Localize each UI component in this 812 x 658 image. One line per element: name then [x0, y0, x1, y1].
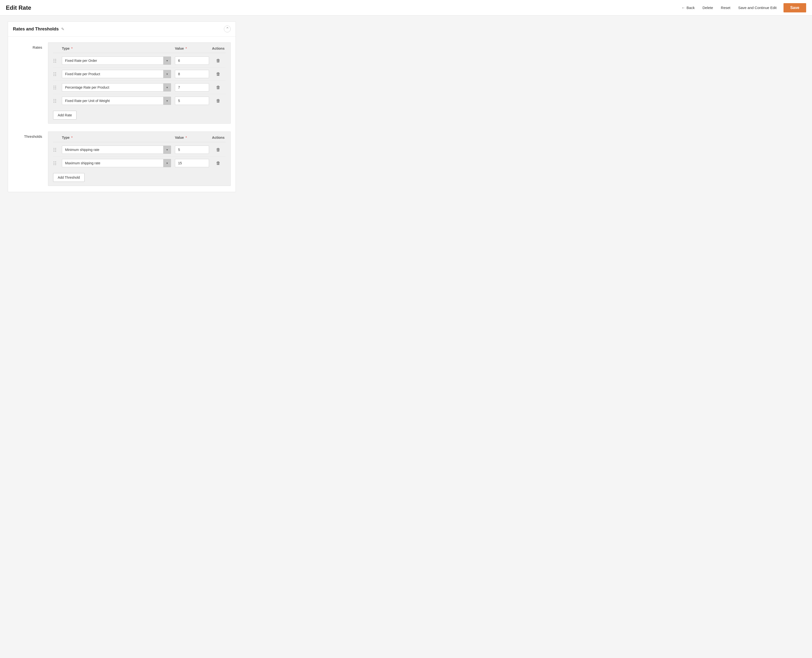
- reset-button[interactable]: Reset: [720, 4, 731, 12]
- rate-value-input[interactable]: [175, 83, 209, 91]
- rates-table: Type * Value * Actions: [48, 42, 231, 124]
- thresholds-table: Type * Value * Actions: [48, 132, 231, 186]
- save-continue-button[interactable]: Save and Continue Edit: [737, 4, 777, 12]
- section-title: Rates and Thresholds: [13, 27, 59, 31]
- add-rate-button[interactable]: Add Rate: [53, 111, 77, 119]
- rates-label: Rates: [13, 42, 42, 124]
- thresholds-block: Thresholds Type * Value *: [13, 132, 231, 186]
- rate-type-select[interactable]: Fixed Rate per Order Fixed Rate per Prod…: [62, 56, 171, 65]
- delete-rate-button[interactable]: 🗑: [211, 58, 226, 63]
- page-header: Edit Rate ← Back Delete Reset Save and C…: [0, 0, 812, 16]
- thresholds-table-header: Type * Value * Actions: [53, 136, 226, 142]
- trash-icon: 🗑: [216, 58, 220, 63]
- chevron-up-icon: ⌃: [226, 26, 229, 31]
- rate-type-wrapper: Fixed Rate per Order Fixed Rate per Prod…: [62, 70, 171, 78]
- back-arrow-icon: ←: [682, 6, 685, 10]
- drag-handle[interactable]: [53, 72, 62, 77]
- threshold-type-select[interactable]: Minimum shipping rate Maximum shipping r…: [62, 146, 171, 154]
- delete-rate-button[interactable]: 🗑: [211, 98, 226, 103]
- trash-icon: 🗑: [216, 72, 220, 77]
- threshold-value-input[interactable]: [175, 159, 209, 167]
- rate-type-wrapper: Fixed Rate per Order Fixed Rate per Prod…: [62, 83, 171, 91]
- threshold-type-wrapper: Minimum shipping rate Maximum shipping r…: [62, 159, 171, 167]
- rates-block: Rates Type * Value *: [13, 42, 231, 124]
- drag-handle[interactable]: [53, 147, 62, 152]
- save-button[interactable]: Save: [784, 3, 806, 13]
- header-actions: ← Back Delete Reset Save and Continue Ed…: [680, 3, 806, 13]
- rates-value-required: *: [185, 47, 187, 50]
- rates-type-required: *: [71, 47, 72, 50]
- rates-actions-header: Actions: [212, 47, 225, 50]
- thresholds-label: Thresholds: [13, 132, 42, 186]
- rates-table-header: Type * Value * Actions: [53, 47, 226, 53]
- drag-handle[interactable]: [53, 85, 62, 90]
- rates-value-header: Value: [175, 47, 184, 50]
- drag-handle[interactable]: [53, 58, 62, 63]
- delete-rate-button[interactable]: 🗑: [211, 85, 226, 90]
- trash-icon: 🗑: [216, 161, 220, 166]
- rate-row: Fixed Rate per Order Fixed Rate per Prod…: [53, 54, 226, 67]
- page-title: Edit Rate: [6, 5, 677, 11]
- back-button[interactable]: ← Back: [680, 4, 696, 12]
- rates-type-header: Type: [62, 47, 70, 50]
- rate-type-select[interactable]: Fixed Rate per Order Fixed Rate per Prod…: [62, 70, 171, 78]
- trash-icon: 🗑: [216, 85, 220, 90]
- thresholds-type-required: *: [71, 136, 72, 139]
- delete-button[interactable]: Delete: [701, 4, 714, 12]
- section-header: Rates and Thresholds ✎ ⌃: [8, 22, 236, 36]
- rate-value-input[interactable]: [175, 56, 209, 65]
- rates-thresholds-section: Rates and Thresholds ✎ ⌃ Rates Type *: [8, 22, 236, 192]
- drag-handle[interactable]: [53, 99, 62, 103]
- add-threshold-button[interactable]: Add Threshold: [53, 173, 85, 182]
- rate-type-wrapper: Fixed Rate per Order Fixed Rate per Prod…: [62, 56, 171, 65]
- threshold-value-input[interactable]: [175, 146, 209, 154]
- rate-row: Fixed Rate per Order Fixed Rate per Prod…: [53, 94, 226, 107]
- threshold-type-wrapper: Minimum shipping rate Maximum shipping r…: [62, 146, 171, 154]
- trash-icon: 🗑: [216, 147, 220, 152]
- rate-type-select[interactable]: Fixed Rate per Order Fixed Rate per Prod…: [62, 97, 171, 105]
- rate-row: Fixed Rate per Order Fixed Rate per Prod…: [53, 81, 226, 94]
- rate-type-select[interactable]: Fixed Rate per Order Fixed Rate per Prod…: [62, 83, 171, 91]
- main-content: Rates and Thresholds ✎ ⌃ Rates Type *: [0, 16, 243, 204]
- delete-threshold-button[interactable]: 🗑: [211, 147, 226, 152]
- threshold-row: Minimum shipping rate Maximum shipping r…: [53, 157, 226, 170]
- section-body: Rates Type * Value *: [8, 36, 236, 192]
- trash-icon: 🗑: [216, 98, 220, 103]
- delete-threshold-button[interactable]: 🗑: [211, 161, 226, 166]
- threshold-type-select[interactable]: Minimum shipping rate Maximum shipping r…: [62, 159, 171, 167]
- edit-icon[interactable]: ✎: [61, 27, 64, 31]
- collapse-button[interactable]: ⌃: [224, 25, 231, 32]
- delete-rate-button[interactable]: 🗑: [211, 72, 226, 77]
- thresholds-value-required: *: [185, 136, 187, 139]
- thresholds-actions-header: Actions: [212, 136, 225, 139]
- drag-handle[interactable]: [53, 161, 62, 166]
- thresholds-type-header: Type: [62, 136, 70, 139]
- thresholds-value-header: Value: [175, 136, 184, 139]
- rate-row: Fixed Rate per Order Fixed Rate per Prod…: [53, 67, 226, 81]
- rate-value-input[interactable]: [175, 97, 209, 105]
- threshold-row: Minimum shipping rate Maximum shipping r…: [53, 143, 226, 157]
- section-title-group: Rates and Thresholds ✎: [13, 27, 64, 31]
- rate-value-input[interactable]: [175, 70, 209, 78]
- rate-type-wrapper: Fixed Rate per Order Fixed Rate per Prod…: [62, 97, 171, 105]
